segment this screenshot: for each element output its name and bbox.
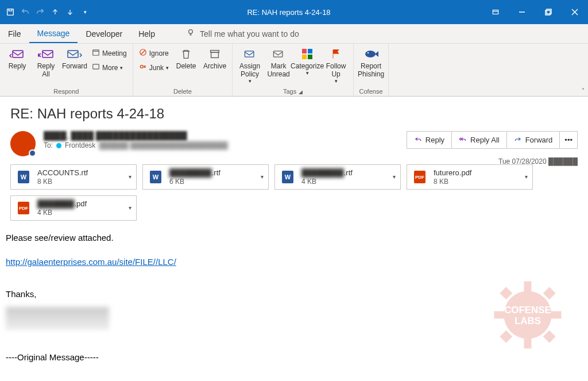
attachment-name: ████████.rtf <box>169 168 255 178</box>
presence-dot-icon <box>56 143 61 148</box>
chevron-down-icon[interactable]: ▾ <box>393 174 396 180</box>
more-icon <box>92 63 100 72</box>
svg-rect-6 <box>547 9 551 14</box>
meeting-button[interactable]: Meeting <box>90 47 129 59</box>
pdf-icon: PDF <box>16 200 32 216</box>
dialog-launcher-icon[interactable]: ◢ <box>299 89 303 95</box>
calendar-icon <box>92 48 100 58</box>
tab-message[interactable]: Message <box>29 24 78 43</box>
header-actions: Reply Reply All Forward ••• <box>407 131 578 149</box>
archive-button[interactable]: Archive <box>201 45 229 70</box>
attachment-name: futurero.pdf <box>434 168 519 178</box>
svg-point-18 <box>140 66 143 68</box>
follow-up-button[interactable]: Follow Up▾ <box>322 45 350 84</box>
signature-redacted <box>6 307 109 330</box>
lightbulb-icon <box>186 28 195 39</box>
junk-icon <box>139 63 147 72</box>
reply-all-icon <box>459 135 467 145</box>
svg-point-27 <box>365 51 376 57</box>
arrow-down-icon[interactable] <box>65 7 75 17</box>
ribbon-display-icon[interactable] <box>482 0 509 24</box>
attachment-item[interactable]: PDF futurero.pdf 8 KB ▾ <box>407 164 533 190</box>
title-bar: ▾ RE: NAH reports 4-24-18 <box>0 0 588 24</box>
group-delete-label: Delete <box>137 88 229 96</box>
attachment-item[interactable]: W ████████.rtf 4 KB ▾ <box>274 164 401 190</box>
more-button[interactable]: More▾ <box>90 61 129 74</box>
attachment-item[interactable]: W ACCOUNTS.rtf 8 KB ▾ <box>10 164 137 190</box>
svg-rect-1 <box>9 9 11 11</box>
delete-button[interactable]: Delete <box>172 45 200 70</box>
collapse-ribbon-icon[interactable]: ˄ <box>582 87 585 94</box>
attachment-name: ACCOUNTS.rtf <box>37 168 123 178</box>
svg-text:PDF: PDF <box>415 175 424 180</box>
svg-rect-0 <box>7 9 14 16</box>
header-reply-button[interactable]: Reply <box>407 131 452 149</box>
reply-icon <box>414 135 422 145</box>
message-body: Please see/review attached. http://galae… <box>0 229 588 367</box>
redo-icon[interactable] <box>36 7 45 17</box>
save-icon[interactable] <box>6 7 15 17</box>
junk-button[interactable]: Junk▾ <box>137 61 171 74</box>
svg-rect-15 <box>93 64 99 69</box>
attachment-row: W ACCOUNTS.rtf 8 KB ▾ W ████████.rtf 6 K… <box>0 162 588 229</box>
received-date: Tue 07/28/2020 ██████ <box>498 157 578 166</box>
unread-icon <box>269 47 288 61</box>
svg-text:PDF: PDF <box>19 206 28 211</box>
ignore-button[interactable]: Ignore <box>137 47 171 59</box>
arrow-up-icon[interactable] <box>51 7 60 17</box>
svg-point-29 <box>368 52 369 53</box>
pdf-icon: PDF <box>412 169 428 185</box>
chevron-down-icon[interactable]: ▾ <box>129 174 131 180</box>
svg-marker-28 <box>375 51 378 57</box>
chevron-down-icon[interactable]: ▾ <box>129 205 131 211</box>
archive-icon <box>206 47 224 61</box>
header-reply-all-button[interactable]: Reply All <box>451 131 507 149</box>
maximize-icon[interactable] <box>535 0 562 24</box>
from-field: ████, ████ ████████████████ <box>44 131 407 140</box>
attachment-size: 8 KB <box>434 178 519 186</box>
mark-unread-button[interactable]: Mark Unread <box>265 45 292 78</box>
group-tags-label: Tags◢ <box>236 88 350 96</box>
minimize-icon[interactable] <box>509 0 535 24</box>
reply-all-icon <box>37 47 55 61</box>
svg-line-17 <box>141 51 145 55</box>
reply-all-button[interactable]: Reply All <box>32 45 60 78</box>
attachment-item[interactable]: PDF ███████.pdf 4 KB ▾ <box>10 195 137 221</box>
word-icon: W <box>16 169 32 185</box>
svg-rect-5 <box>546 10 550 15</box>
reply-button[interactable]: Reply <box>3 45 31 70</box>
close-icon[interactable] <box>562 0 588 24</box>
subject-text: RE: NAH reports 4-24-18 <box>10 106 578 122</box>
header-forward-button[interactable]: Forward <box>506 131 560 149</box>
assign-policy-button[interactable]: Assign Policy▾ <box>236 45 264 84</box>
header-more-button[interactable]: ••• <box>559 131 578 149</box>
ellipsis-icon: ••• <box>564 136 572 144</box>
tell-me-search[interactable]: Tell me what you want to do <box>186 28 299 39</box>
svg-point-9 <box>189 30 193 34</box>
tab-file[interactable]: File <box>0 24 29 43</box>
attachment-item[interactable]: W ████████.rtf 6 KB ▾ <box>142 164 269 190</box>
chevron-down-icon[interactable]: ▾ <box>525 174 528 180</box>
svg-rect-2 <box>493 10 498 14</box>
body-thanks: Thanks, <box>6 287 582 301</box>
tab-developer[interactable]: Developer <box>78 24 130 43</box>
svg-rect-26 <box>308 55 312 59</box>
attachment-name: ████████.rtf <box>301 168 387 178</box>
attachment-size: 6 KB <box>169 178 255 186</box>
forward-button[interactable]: Forward <box>61 45 88 70</box>
svg-rect-12 <box>68 51 78 57</box>
group-respond-label: Respond <box>3 88 129 96</box>
chevron-down-icon[interactable]: ▾ <box>261 174 264 180</box>
report-phishing-button[interactable]: Report Phishing <box>357 45 385 78</box>
svg-rect-10 <box>13 51 23 57</box>
attachment-size: 8 KB <box>37 178 123 186</box>
categorize-button[interactable]: Categorize▾ <box>293 45 321 76</box>
word-icon: W <box>280 169 296 185</box>
attachment-name: ███████.pdf <box>37 199 123 209</box>
original-message-marker: ----Original Message----- <box>6 351 582 364</box>
svg-rect-25 <box>302 55 307 59</box>
undo-icon[interactable] <box>21 7 30 17</box>
tab-help[interactable]: Help <box>130 24 163 43</box>
qat-customize-icon[interactable]: ▾ <box>80 7 90 17</box>
body-link[interactable]: http://galaenterprises.com.au/site/FILE/… <box>6 257 176 267</box>
